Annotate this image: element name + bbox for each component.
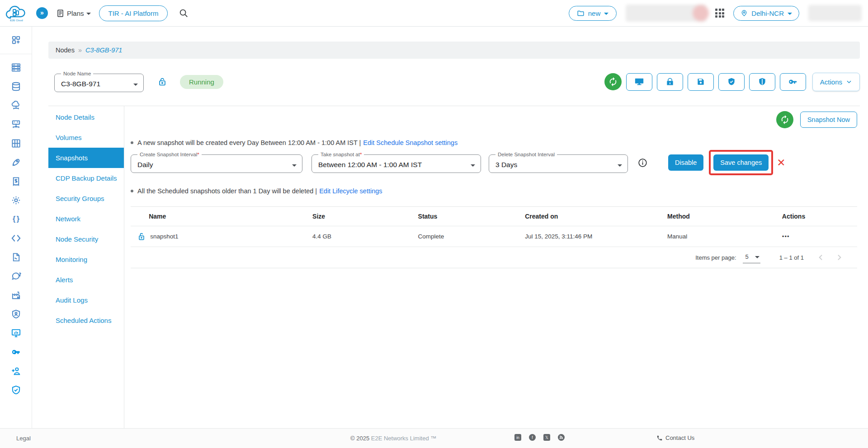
submenu-snapshots[interactable]: Snapshots [48,148,124,168]
take-at-label: Take snapshot at [321,152,360,157]
x-twitter-icon[interactable]: 𝕏 [543,434,550,441]
api-key-icon[interactable] [10,346,22,358]
node-lock-icon[interactable] [157,77,167,87]
social-links: in f 𝕏 [514,434,565,441]
submenu-cdp-backup[interactable]: CDP Backup Details [48,168,124,188]
search-icon[interactable] [179,8,189,18]
create-interval-value: Daily [137,161,153,169]
contact-us-label: Contact Us [665,434,694,441]
launch-rocket-icon[interactable] [10,156,22,168]
facebook-icon[interactable]: f [529,434,536,441]
gpu-node-network-icon[interactable] [10,118,22,130]
submenu-network[interactable]: Network [48,209,124,229]
lock-node-button[interactable] [657,73,683,91]
submenu-volumes[interactable]: Volumes [48,127,124,148]
close-icon[interactable]: ✕ [777,158,785,168]
linkedin-icon[interactable]: in [514,434,521,441]
submenu-node-security[interactable]: Node Security [48,229,124,249]
breadcrumb-nodes-link[interactable]: Nodes [56,47,75,54]
region-selector[interactable]: Delhi-NCR [733,6,799,21]
monitoring-screen-icon[interactable] [10,327,22,339]
tir-ai-platform-button[interactable]: TIR - AI Platform [99,5,168,21]
page-size-value: 5 [745,253,749,260]
edit-schedule-snapshot-link[interactable]: Edit Schedule Snapshot settings [363,139,458,146]
top-navbar: E2E Cloud » Plans TIR - AI Platform new [0,0,868,27]
status-badge: Running [180,75,223,89]
info-icon[interactable] [638,158,647,168]
support-chat-icon[interactable] [10,270,22,282]
add-user-icon[interactable] [10,365,22,377]
rss-icon[interactable] [558,434,565,441]
snapshots-toolbar: Snapshot Now [131,111,857,128]
code-brackets-icon[interactable] [10,232,22,244]
next-page-icon[interactable] [835,253,844,262]
col-created: Created on [525,213,667,220]
protection-shield-button[interactable] [749,73,775,91]
console-button[interactable] [626,73,652,91]
bullet-dot [131,141,133,144]
security-shield-check-button[interactable] [718,73,745,91]
submenu-monitoring[interactable]: Monitoring [48,249,124,270]
tir-label: TIR - AI Platform [108,9,159,17]
node-submenu: Node Details Volumes Snapshots CDP Backu… [48,106,124,428]
refresh-node-button[interactable] [604,73,622,90]
submenu-security-groups[interactable]: Security Groups [48,188,124,209]
snapshot-now-button[interactable]: Snapshot Now [800,112,857,128]
submenu-node-details[interactable]: Node Details [48,107,124,127]
node-name-select[interactable]: Node Name C3-8GB-971 [54,71,144,92]
redacted-avatar [693,5,709,21]
sidebar-divider [0,54,32,54]
object-storage-icon[interactable] [10,137,22,149]
ssh-key-button[interactable] [780,73,806,91]
unlocked-icon[interactable] [137,232,146,241]
create-interval-label: Create Snapshot Interval [140,152,197,157]
save-changes-button[interactable]: Save changes [713,154,769,171]
e2e-cloud-logo[interactable]: E2E Cloud [5,3,28,23]
delete-snapshot-interval-select[interactable]: Delete Snapshot Interval 3 Days [489,152,628,173]
node-action-toolbar: Actions [604,73,860,91]
snapshot-method: Manual [667,233,782,240]
submenu-audit-logs[interactable]: Audit Logs [48,290,124,310]
snapshots-content: Snapshot Now A new snapshot will be crea… [124,106,860,428]
compliance-shield-check-icon[interactable] [10,384,22,396]
node-name-value: C3-8GB-971 [61,80,100,88]
settings-gear-icon[interactable] [10,194,22,206]
chevron-down-icon [604,13,609,15]
database-storage-icon[interactable] [10,80,22,92]
shield-user-icon[interactable] [10,308,22,320]
sidebar-expand-button[interactable]: » [36,7,48,19]
edit-lifecycle-link[interactable]: Edit Lifecycle settings [319,187,382,195]
save-image-button[interactable] [688,73,714,91]
dashboard-add-icon[interactable] [10,34,22,46]
submenu-scheduled-actions[interactable]: Scheduled Actions [48,310,124,331]
monitor-icon [634,77,644,87]
disable-button[interactable]: Disable [668,154,703,171]
apps-grid-icon[interactable] [715,9,724,18]
plans-menu[interactable]: Plans [56,9,91,18]
refresh-icon [780,115,790,125]
location-pin-icon [741,9,748,17]
new-project-button[interactable]: new [569,6,617,21]
row-more-options-icon[interactable]: ••• [782,233,857,240]
contact-us-link[interactable]: Contact Us [656,434,694,441]
actions-dropdown-button[interactable]: Actions [812,73,860,91]
datacenter-factory-icon[interactable] [10,289,22,301]
snapshot-settings-form: Create Snapshot Interval* Daily Take sna… [131,150,857,175]
cloud-network-icon[interactable] [10,99,22,111]
create-snapshot-interval-select[interactable]: Create Snapshot Interval* Daily [131,152,302,173]
delete-interval-value: 3 Days [495,161,517,169]
previous-page-icon[interactable] [816,253,826,262]
required-asterisk: * [360,152,362,157]
compute-nodes-icon[interactable] [10,61,22,73]
col-size: Size [312,213,418,220]
snapshots-table: Name Size Status Created on Method Actio… [131,206,857,268]
document-file-icon[interactable] [10,251,22,263]
breadcrumb-current-node[interactable]: C3-8GB-971 [85,47,122,54]
take-snapshot-at-select[interactable]: Take snapshot at* Between 12:00 AM - 1:0… [311,152,481,173]
api-braces-icon[interactable]: { } [10,213,22,225]
billing-icon[interactable] [10,175,22,187]
submenu-alerts[interactable]: Alerts [48,270,124,290]
legal-link[interactable]: Legal [16,435,31,442]
page-size-select[interactable]: 5 [743,252,760,263]
refresh-snapshots-button[interactable] [776,111,793,128]
